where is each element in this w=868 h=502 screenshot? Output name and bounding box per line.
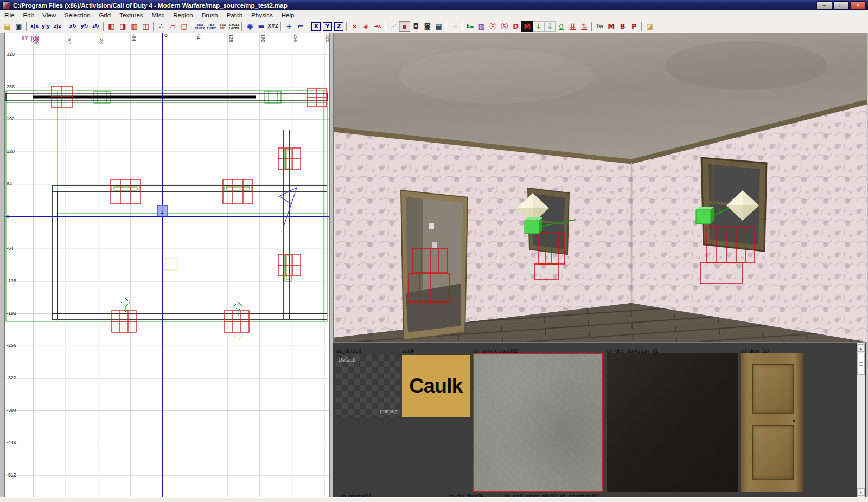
- hide-entities-icon[interactable]: Ⓔ: [487, 21, 499, 32]
- ruler-label-top: -64: [131, 34, 137, 41]
- menu-textures[interactable]: Textures: [115, 11, 147, 19]
- rotate-z-icon[interactable]: z↻: [90, 21, 101, 32]
- prefab-mode-icon[interactable]: ◪: [644, 21, 655, 32]
- popup-view-icon[interactable]: ⌐: [295, 21, 306, 32]
- grid-lock-icon[interactable]: ▦: [433, 21, 444, 32]
- draw-brush-icon[interactable]: ∴: [156, 21, 167, 32]
- menu-physics[interactable]: Physics: [247, 11, 277, 19]
- menu-help[interactable]: Help: [277, 11, 299, 19]
- menu-region[interactable]: Region: [169, 11, 197, 19]
- default-label: Default: [338, 356, 356, 363]
- menu-patch[interactable]: Patch: [222, 11, 247, 19]
- entity-list-icon[interactable]: E≡: [464, 21, 476, 32]
- hide-script-icon[interactable]: Ⓢ: [499, 21, 510, 32]
- cycle-layer-icon[interactable]: CYCLE LAYER: [228, 21, 240, 32]
- rotation-lock-icon[interactable]: ◙: [422, 21, 433, 32]
- drop-to-floor-ground-icon[interactable]: ↧: [544, 21, 556, 32]
- texture-browser[interactable]: aa_default caulk ch_concretewall02 ch_de…: [333, 343, 866, 498]
- stack-down-icon[interactable]: ⇊: [567, 21, 578, 32]
- axis-z-icon[interactable]: Z: [334, 22, 343, 31]
- free-move-icon[interactable]: +: [283, 21, 295, 32]
- texture-name: aa_default: [336, 348, 361, 354]
- menu-view[interactable]: View: [38, 11, 60, 19]
- filter-patches-toggle-icon[interactable]: P: [628, 21, 640, 32]
- minimize-button[interactable]: –: [816, 1, 832, 10]
- scroll-up-icon[interactable]: ▲: [857, 344, 865, 352]
- menu-misc[interactable]: Misc: [148, 11, 169, 19]
- menu-brush[interactable]: Brush: [197, 11, 222, 19]
- texture-tile-aa-default[interactable]: Default Default: [336, 355, 400, 417]
- menu-edit[interactable]: Edit: [19, 11, 39, 19]
- filter-dynents-icon[interactable]: D: [510, 21, 521, 32]
- maximize-button[interactable]: □: [833, 1, 849, 10]
- menu-selection[interactable]: Selection: [60, 11, 94, 19]
- texture-tile-concretewall-selected[interactable]: [473, 353, 603, 492]
- canvas-3d[interactable]: [334, 33, 867, 342]
- ruler-label-top: 128: [228, 34, 234, 42]
- light-origin-cube[interactable]: [525, 217, 542, 234]
- view-3d[interactable]: [333, 33, 867, 343]
- texture-flip-x-icon[interactable]: TEX FLIPX: [194, 21, 206, 32]
- toolbar-separator: [192, 22, 193, 31]
- ruler-label-top: 0: [163, 34, 169, 37]
- clone-off-icon[interactable]: ×: [349, 21, 360, 32]
- snap-mode-icon[interactable]: ▪: [399, 21, 410, 32]
- entity-color-icon[interactable]: ▧: [476, 21, 487, 32]
- menu-grid[interactable]: Grid: [94, 11, 115, 19]
- texture-flip-y-icon[interactable]: TEX FLIPY: [206, 21, 217, 32]
- ruler-label-top: 64: [196, 34, 201, 40]
- menu-file[interactable]: File: [0, 11, 19, 19]
- select-touching-icon[interactable]: ◨: [117, 21, 129, 32]
- texture-tile-darkstain[interactable]: [607, 353, 738, 492]
- ceiling-stain: [665, 41, 827, 90]
- stack-swap-icon[interactable]: ⇅: [578, 21, 590, 32]
- open-file-icon[interactable]: ▤: [2, 21, 13, 32]
- ceiling-stain: [399, 49, 594, 104]
- view-2d[interactable]: z XY Top -256-192-128-640641281922563203…: [4, 33, 330, 499]
- flip-x-icon[interactable]: x|x: [29, 21, 40, 32]
- texture-scrollbar[interactable]: ▲ ▼: [857, 343, 865, 498]
- cycle-view-xyz-icon[interactable]: XYZ: [267, 21, 279, 32]
- toolbar-separator: [385, 22, 386, 31]
- flip-y-icon[interactable]: y|y: [40, 21, 52, 32]
- select-partial-tall-icon[interactable]: ▥: [129, 21, 140, 32]
- filter-models-toggle-icon[interactable]: M: [605, 21, 617, 32]
- scroll-down-icon[interactable]: ▼: [857, 488, 865, 496]
- ruler-label-left: 64: [7, 181, 12, 186]
- rotate-free-icon[interactable]: ◈: [360, 21, 372, 32]
- texture-rotate-90-icon[interactable]: TEX 90°: [217, 21, 228, 32]
- select-inside-icon[interactable]: ◫: [140, 21, 151, 32]
- axis-x-icon[interactable]: X: [311, 22, 321, 31]
- filter-brushes-toggle-icon[interactable]: B: [617, 21, 628, 32]
- texture-tile-caulk[interactable]: Caulk: [402, 355, 470, 417]
- ruler-label-left: -448: [7, 440, 16, 445]
- light-marker-2d: [165, 258, 177, 270]
- toolbar-separator: [641, 22, 642, 31]
- filter-models-icon[interactable]: M: [521, 21, 533, 32]
- zero-height-icon[interactable]: 0: [556, 21, 567, 32]
- light-origin-cube[interactable]: [696, 207, 714, 224]
- region-selection-icon[interactable]: ▢: [178, 21, 190, 32]
- rotate-x-icon[interactable]: x↻: [67, 21, 79, 32]
- axis-y-icon[interactable]: Y: [323, 22, 332, 31]
- rotate-y-icon[interactable]: y↻: [79, 21, 90, 32]
- clone-selection-icon[interactable]: ▱: [167, 21, 178, 32]
- vertex-mode-icon[interactable]: ⋰: [387, 21, 399, 32]
- select-complete-tall-icon[interactable]: ◧: [106, 21, 117, 32]
- translate-x-icon[interactable]: →x: [372, 21, 383, 32]
- close-button[interactable]: ×: [850, 1, 866, 10]
- flip-z-icon[interactable]: z|z: [52, 21, 63, 32]
- texture-lock-icon[interactable]: ◘: [410, 21, 422, 32]
- save-file-icon[interactable]: ▣: [13, 21, 24, 32]
- scrollbar-thumb[interactable]: [857, 353, 865, 375]
- door-panel-decoration: [752, 364, 794, 413]
- render-mode-icon[interactable]: ▬: [256, 21, 267, 32]
- toolbar-separator: [241, 22, 242, 31]
- z-marker[interactable]: z: [157, 205, 168, 216]
- drag-view-icon[interactable]: ⇢: [449, 21, 460, 32]
- camera-mode-icon[interactable]: ◉: [244, 21, 256, 32]
- drop-to-floor-icon[interactable]: ↓: [533, 21, 544, 32]
- terrain-wedge-icon[interactable]: Tw: [594, 21, 605, 32]
- canvas-2d[interactable]: z: [5, 33, 329, 498]
- texture-tile-door[interactable]: [741, 353, 803, 492]
